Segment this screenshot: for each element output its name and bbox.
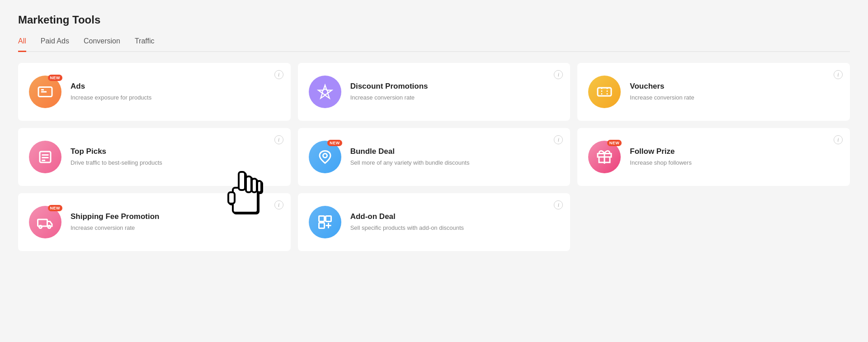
card-add-on-deal[interactable]: Add-on Deal Sell specific products with … — [298, 193, 571, 251]
follow-prize-desc: Increase shop followers — [630, 159, 839, 167]
follow-prize-title: Follow Prize — [630, 147, 839, 156]
shipping-desc: Increase conversion rate — [71, 224, 280, 232]
bundle-content: Bundle Deal Sell more of any variety wit… — [350, 147, 560, 167]
vouchers-content: Vouchers Increase conversion rate — [630, 82, 839, 102]
card-shipping-fee-promotion[interactable]: NEW Shipping Fee Promotion Increase conv… — [18, 193, 291, 251]
follow-prize-icon-circle: NEW — [588, 141, 621, 173]
bundle-icon-circle: NEW — [309, 141, 341, 173]
svg-rect-15 — [319, 216, 324, 222]
svg-rect-4 — [598, 88, 611, 96]
ads-content: Ads Increase exposure for products — [71, 82, 280, 102]
card-vouchers[interactable]: Vouchers Increase conversion rate i — [577, 63, 850, 121]
bundle-desc: Sell more of any variety with bundle dis… — [350, 159, 560, 167]
addon-title: Add-on Deal — [350, 212, 560, 221]
addon-info-icon[interactable]: i — [554, 200, 563, 209]
discount-desc: Increase conversion rate — [350, 94, 560, 102]
svg-point-3 — [322, 89, 328, 95]
tab-paid-ads[interactable]: Paid Ads — [41, 37, 69, 52]
bundle-info-icon[interactable]: i — [554, 135, 563, 144]
top-picks-content: Top Picks Drive traffic to best-selling … — [71, 147, 280, 167]
top-picks-title: Top Picks — [71, 147, 280, 156]
addon-desc: Sell specific products with add-on disco… — [350, 224, 560, 232]
svg-rect-12 — [38, 219, 47, 226]
bundle-icon — [317, 149, 333, 165]
ads-icon-circle: NEW — [29, 76, 61, 108]
card-ads[interactable]: NEW Ads Increase exposure for products i — [18, 63, 291, 121]
svg-rect-16 — [326, 216, 331, 222]
tab-traffic[interactable]: Traffic — [135, 37, 155, 52]
shipping-icon — [37, 214, 53, 230]
bundle-new-badge: NEW — [327, 140, 342, 146]
vouchers-icon-circle — [588, 76, 621, 108]
tab-all[interactable]: All — [18, 37, 26, 52]
discount-content: Discount Promotions Increase conversion … — [350, 82, 560, 102]
card-bundle-deal[interactable]: NEW Bundle Deal Sell more of any variety… — [298, 128, 571, 186]
card-discount-promotions[interactable]: Discount Promotions Increase conversion … — [298, 63, 571, 121]
follow-prize-new-badge: NEW — [607, 140, 622, 146]
svg-rect-17 — [319, 223, 324, 228]
follow-prize-icon — [596, 149, 613, 165]
top-picks-icon-circle — [29, 141, 61, 173]
follow-prize-content: Follow Prize Increase shop followers — [630, 147, 839, 167]
vouchers-info-icon[interactable]: i — [834, 70, 843, 79]
page-title: Marketing Tools — [18, 14, 850, 26]
shipping-new-badge: NEW — [48, 205, 63, 211]
cards-grid: NEW Ads Increase exposure for products i — [18, 63, 850, 251]
shipping-title: Shipping Fee Promotion — [71, 212, 280, 221]
addon-content: Add-on Deal Sell specific products with … — [350, 212, 560, 232]
addon-icon — [317, 214, 333, 230]
card-top-picks[interactable]: Top Picks Drive traffic to best-selling … — [18, 128, 291, 186]
ads-desc: Increase exposure for products — [71, 94, 280, 102]
discount-info-icon[interactable]: i — [554, 70, 563, 79]
card-follow-prize[interactable]: NEW Follow Prize Increase shop followers… — [577, 128, 850, 186]
ads-info-icon[interactable]: i — [274, 70, 283, 79]
top-picks-info-icon[interactable]: i — [274, 135, 283, 144]
empty-slot — [577, 193, 850, 251]
ads-new-badge: NEW — [48, 75, 63, 81]
shipping-info-icon[interactable]: i — [274, 200, 283, 209]
tab-conversion[interactable]: Conversion — [84, 37, 120, 52]
top-picks-icon — [37, 149, 53, 165]
top-picks-desc: Drive traffic to best-selling products — [71, 159, 280, 167]
discount-title: Discount Promotions — [350, 82, 560, 91]
addon-icon-circle — [309, 206, 341, 238]
vouchers-title: Vouchers — [630, 82, 839, 91]
vouchers-desc: Increase conversion rate — [630, 94, 839, 102]
discount-icon — [317, 84, 333, 100]
bundle-title: Bundle Deal — [350, 147, 560, 156]
tabs-container: All Paid Ads Conversion Traffic — [18, 37, 850, 52]
vouchers-icon — [596, 84, 613, 100]
follow-prize-info-icon[interactable]: i — [834, 135, 843, 144]
discount-icon-circle — [309, 76, 341, 108]
ads-title: Ads — [71, 82, 280, 91]
svg-point-11 — [323, 154, 327, 158]
shipping-content: Shipping Fee Promotion Increase conversi… — [71, 212, 280, 232]
ads-icon — [37, 84, 53, 100]
shipping-icon-circle: NEW — [29, 206, 61, 238]
